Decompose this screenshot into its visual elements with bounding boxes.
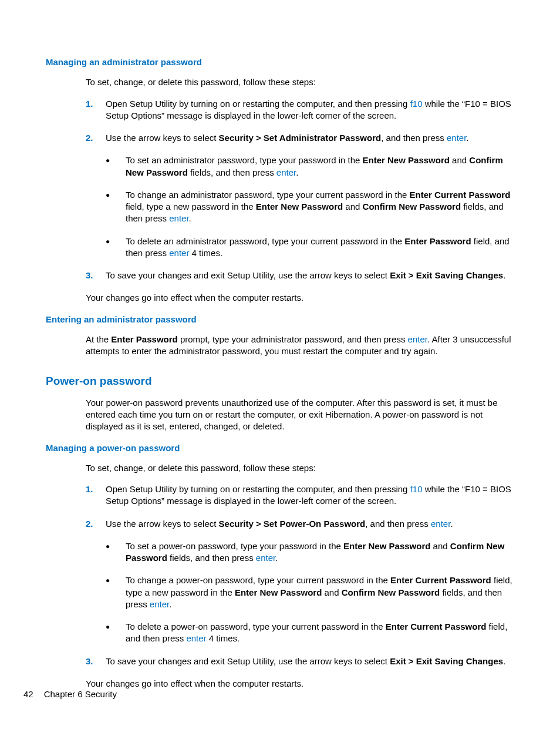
list-item: 1. Open Setup Utility by turning on or r… xyxy=(86,98,514,122)
text: . xyxy=(189,213,191,223)
bold-text: Security > Set Power-On Password xyxy=(219,519,366,529)
bold-text: Enter Password xyxy=(111,334,177,344)
heading-managing-admin-password: Managing an administrator password xyxy=(46,56,514,68)
text: Open Setup Utility by turning on or rest… xyxy=(106,484,410,494)
bold-text: Exit > Exit Saving Changes xyxy=(390,270,503,280)
list-item: 3. To save your changes and exit Setup U… xyxy=(86,270,514,281)
text: and xyxy=(343,201,362,211)
text: . xyxy=(296,167,298,177)
bold-text: Enter Current Password xyxy=(410,190,511,200)
bold-text: Enter Current Password xyxy=(390,575,491,585)
key-f10: f10 xyxy=(410,484,423,494)
bold-text: Confirm New Password xyxy=(342,587,440,597)
text: . xyxy=(503,270,505,280)
text: and xyxy=(430,541,450,551)
ordered-list: 1. Open Setup Utility by turning on or r… xyxy=(86,483,514,667)
list-item: ● To set an administrator password, type… xyxy=(106,154,514,179)
text: To change an administrator password, typ… xyxy=(126,190,410,200)
bold-text: Enter New Password xyxy=(235,587,322,597)
page-number: 42 xyxy=(23,689,33,699)
key-enter: enter xyxy=(169,248,189,258)
list-item: 2. Use the arrow keys to select Security… xyxy=(86,518,514,530)
list-body: To save your changes and exit Setup Util… xyxy=(106,270,514,281)
text: To delete an administrator password, typ… xyxy=(126,236,404,246)
list-item: ● To change a power-on password, type yo… xyxy=(106,574,514,610)
key-f10: f10 xyxy=(410,99,423,109)
list-number: 3. xyxy=(86,656,106,667)
list-body: Use the arrow keys to select Security > … xyxy=(106,132,514,144)
text: fields, and then press xyxy=(188,167,276,177)
bullet-list: ● To set an administrator password, type… xyxy=(106,154,514,259)
list-body: Use the arrow keys to select Security > … xyxy=(106,518,514,530)
text: , and then press xyxy=(381,133,447,143)
list-item: ● To delete an administrator password, t… xyxy=(106,236,514,260)
key-enter: enter xyxy=(408,334,427,344)
text: and xyxy=(450,155,469,165)
list-item: ● To change an administrator password, t… xyxy=(106,189,514,225)
key-enter: enter xyxy=(256,553,275,563)
text: To save your changes and exit Setup Util… xyxy=(106,270,390,280)
bullet-icon: ● xyxy=(106,154,126,179)
bullet-list: ● To set a power-on password, type your … xyxy=(106,540,514,645)
list-number: 2. xyxy=(86,518,106,530)
text: To save your changes and exit Setup Util… xyxy=(106,656,390,666)
heading-power-on-password: Power-on password xyxy=(46,374,514,389)
page-footer: 42Chapter 6 Security xyxy=(23,688,117,700)
list-item: ● To delete a power-on password, type yo… xyxy=(106,621,514,645)
paragraph: To set, change, or delete this password,… xyxy=(86,462,514,474)
bold-text: Enter Current Password xyxy=(386,621,487,631)
text: . xyxy=(466,133,468,143)
text: Open Setup Utility by turning on or rest… xyxy=(106,99,410,109)
text: . xyxy=(450,519,453,529)
bullet-icon: ● xyxy=(106,540,126,564)
list-number: 2. xyxy=(86,132,106,144)
bullet-icon: ● xyxy=(106,189,126,225)
paragraph: Your changes go into effect when the com… xyxy=(86,678,514,690)
document-page: Managing an administrator password To se… xyxy=(0,0,560,746)
bold-text: Enter New Password xyxy=(363,155,450,165)
ordered-list: 1. Open Setup Utility by turning on or r… xyxy=(86,98,514,282)
text: Use the arrow keys to select xyxy=(106,519,219,529)
list-body: To set a power-on password, type your pa… xyxy=(126,540,514,564)
paragraph: At the Enter Password prompt, type your … xyxy=(86,334,514,358)
list-body: To change a power-on password, type your… xyxy=(126,574,514,610)
list-body: To save your changes and exit Setup Util… xyxy=(106,656,514,667)
list-body: To change an administrator password, typ… xyxy=(126,189,514,225)
key-enter: enter xyxy=(447,133,466,143)
list-item: ● To set a power-on password, type your … xyxy=(106,540,514,564)
paragraph: To set, change, or delete this password,… xyxy=(86,76,514,88)
bold-text: Confirm New Password xyxy=(363,201,461,211)
bullet-icon: ● xyxy=(106,236,126,260)
paragraph: Your power-on password prevents unauthor… xyxy=(86,397,514,433)
bullet-icon: ● xyxy=(106,574,126,610)
list-body: Open Setup Utility by turning on or rest… xyxy=(106,98,514,122)
text: , and then press xyxy=(365,519,431,529)
key-enter: enter xyxy=(431,519,450,529)
text: . xyxy=(503,656,505,666)
text: Use the arrow keys to select xyxy=(106,133,219,143)
text: 4 times. xyxy=(189,248,222,258)
text: fields, and then press xyxy=(167,553,256,563)
list-item: 1. Open Setup Utility by turning on or r… xyxy=(86,483,514,508)
text: 4 times. xyxy=(207,633,240,643)
text: . xyxy=(169,599,171,609)
text: To set a power-on password, type your pa… xyxy=(126,541,343,551)
text: To set an administrator password, type y… xyxy=(126,155,363,165)
bullet-icon: ● xyxy=(106,621,126,645)
list-body: Open Setup Utility by turning on or rest… xyxy=(106,483,514,508)
bold-text: Enter New Password xyxy=(343,541,430,551)
list-body: To delete an administrator password, typ… xyxy=(126,236,514,260)
list-item: 2. Use the arrow keys to select Security… xyxy=(86,132,514,144)
text: prompt, type your administrator password… xyxy=(178,334,408,344)
chapter-label: Chapter 6 Security xyxy=(44,689,117,699)
list-number: 3. xyxy=(86,270,106,281)
key-enter: enter xyxy=(276,167,296,177)
bold-text: Enter Password xyxy=(404,236,471,246)
text: To change a power-on password, type your… xyxy=(126,575,390,585)
text: At the xyxy=(86,334,111,344)
text: To delete a power-on password, type your… xyxy=(126,621,386,631)
list-item: 3. To save your changes and exit Setup U… xyxy=(86,656,514,667)
list-body: To set an administrator password, type y… xyxy=(126,154,514,179)
bold-text: Enter New Password xyxy=(256,201,343,211)
heading-managing-power-on-password: Managing a power-on password xyxy=(46,442,514,454)
